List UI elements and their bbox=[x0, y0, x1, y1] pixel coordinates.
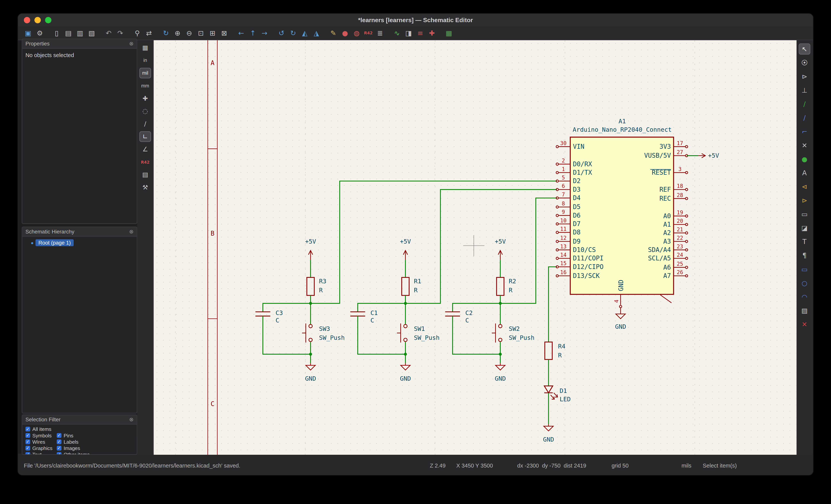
svg-text:SW_Push: SW_Push bbox=[509, 334, 534, 342]
zoom-window-button[interactable] bbox=[45, 17, 51, 23]
led-chain[interactable]: R4 R D1 LED GND bbox=[543, 342, 571, 443]
hierarchy-panel-icon[interactable]: ▤ bbox=[139, 169, 151, 180]
mirror-h-icon[interactable]: ◮ bbox=[311, 27, 322, 39]
rotate-cw-icon[interactable]: ↻ bbox=[287, 27, 299, 39]
arduino-gnd-power[interactable]: GND bbox=[615, 307, 626, 330]
grid-toggle-icon[interactable]: ▦ bbox=[139, 42, 151, 53]
hidden-pins-icon[interactable]: ◌ bbox=[139, 106, 151, 116]
find-icon[interactable]: ⚲ bbox=[132, 27, 143, 39]
paste-icon[interactable]: ▧ bbox=[86, 27, 97, 39]
hidden-fields-icon[interactable]: R42 bbox=[139, 157, 151, 167]
bus-entry-tool[interactable]: ⌐ bbox=[799, 126, 810, 137]
print-icon[interactable]: ▤ bbox=[62, 27, 74, 39]
rectangle-tool[interactable]: ▭ bbox=[799, 264, 810, 275]
zoom-objects-icon[interactable]: ⊞ bbox=[207, 27, 218, 39]
svg-text:+5V: +5V bbox=[708, 152, 719, 159]
global-label-tool[interactable]: ⊲ bbox=[799, 181, 810, 192]
filter-checkbox[interactable]: ✓Images bbox=[57, 445, 90, 451]
units-mil-button[interactable]: mil bbox=[139, 68, 151, 78]
erc-details-icon[interactable]: ◍ bbox=[351, 27, 363, 39]
zoom-fit-icon[interactable]: ⊡ bbox=[195, 27, 207, 39]
hierarchy-root-label[interactable]: Root (page 1) bbox=[36, 239, 74, 246]
free-angle-icon[interactable]: ∕ bbox=[139, 119, 151, 129]
rc-cell-1[interactable]: +5V R3 R SW3 SW_Push bbox=[255, 238, 345, 382]
mirror-v-icon[interactable]: ◭ bbox=[299, 27, 311, 39]
filter-checkbox[interactable]: ✓Symbols bbox=[25, 433, 53, 439]
svg-text:VUSB/5V: VUSB/5V bbox=[644, 152, 671, 159]
schematic-canvas[interactable]: A B C +5V R3 bbox=[154, 40, 797, 455]
delete-tool[interactable]: ✕ bbox=[799, 319, 810, 330]
svg-text:C: C bbox=[465, 317, 469, 324]
filter-checkbox[interactable]: ✓Other items bbox=[57, 451, 90, 455]
erc-icon[interactable]: ● bbox=[339, 27, 351, 39]
sheet-pin-tool[interactable]: ◪ bbox=[799, 223, 810, 234]
checkbox-icon: ✓ bbox=[57, 433, 61, 438]
units-mm-button[interactable]: mm bbox=[139, 81, 151, 91]
place-power-tool[interactable]: ⊥ bbox=[799, 85, 810, 96]
arc-tool[interactable]: ◠ bbox=[799, 291, 810, 302]
bom-icon[interactable]: ≡ bbox=[414, 27, 426, 39]
minimize-window-button[interactable] bbox=[34, 17, 41, 23]
save-icon[interactable]: ▣ bbox=[22, 27, 34, 39]
zoom-selection-icon[interactable]: ⊠ bbox=[218, 27, 230, 39]
filter-checkbox[interactable]: ✓Text bbox=[25, 451, 53, 455]
simulator-icon[interactable]: ∿ bbox=[391, 27, 403, 39]
no-connect-tool[interactable]: ✕ bbox=[799, 140, 810, 151]
arduino-symbol[interactable]: A1 Arduino_Nano_RP2040_Connect bbox=[556, 118, 688, 308]
nav-forward-icon[interactable]: → bbox=[259, 27, 270, 39]
svg-text:C1: C1 bbox=[370, 309, 378, 317]
close-window-button[interactable] bbox=[24, 17, 30, 23]
svg-text:SW_Push: SW_Push bbox=[414, 334, 439, 342]
symbol-fields-table-icon[interactable]: R42 bbox=[363, 27, 374, 39]
hierarchical-label-tool[interactable]: ⊳ bbox=[799, 195, 810, 206]
select-tool[interactable]: ↖ bbox=[799, 43, 810, 54]
find-replace-icon[interactable]: ⇄ bbox=[143, 27, 155, 39]
edit-symbols-icon[interactable]: ≣ bbox=[374, 27, 386, 39]
filter-checkbox[interactable]: ✓Pins bbox=[57, 433, 90, 439]
close-icon[interactable]: ⊗ bbox=[129, 229, 134, 234]
open-pcb-editor-icon[interactable]: ▦ bbox=[443, 27, 455, 39]
page-plus-icon[interactable]: ✚ bbox=[426, 27, 438, 39]
image-tool[interactable]: ▨ bbox=[799, 305, 810, 316]
cursor-shape-icon[interactable]: ✚ bbox=[139, 93, 151, 103]
bus-tool[interactable]: ∕ bbox=[799, 112, 810, 123]
wires[interactable] bbox=[311, 181, 557, 342]
schematic-setup-icon[interactable]: ⚙ bbox=[34, 27, 46, 39]
junction-tool[interactable]: ● bbox=[799, 153, 810, 165]
filter-checkbox[interactable]: ✓Graphics bbox=[25, 445, 53, 451]
text-tool[interactable]: T bbox=[799, 236, 810, 247]
resistor-body bbox=[496, 277, 504, 295]
filter-checkbox[interactable]: ✓All items bbox=[25, 426, 53, 432]
plot-icon[interactable]: ▥ bbox=[74, 27, 86, 39]
assign-footprints-icon[interactable]: ◨ bbox=[403, 27, 414, 39]
filter-checkbox[interactable]: ✓Labels bbox=[57, 439, 90, 445]
place-symbol-tool[interactable]: ⊳ bbox=[799, 71, 810, 82]
properties-panel-icon[interactable]: ⚒ bbox=[139, 182, 151, 192]
highlight-net-tool[interactable]: ⦿ bbox=[799, 57, 810, 68]
line-mode-90-icon[interactable]: ∟ bbox=[139, 131, 151, 142]
vusb-5v-power[interactable]: +5V bbox=[687, 152, 719, 159]
redo-icon[interactable]: ↷ bbox=[114, 27, 126, 39]
net-label-tool[interactable]: A bbox=[799, 167, 810, 178]
hierarchy-root-item[interactable]: ● Root (page 1) bbox=[22, 237, 137, 246]
wire-tool[interactable]: ∕ bbox=[799, 98, 810, 110]
units-in-button[interactable]: in bbox=[139, 55, 151, 65]
close-icon[interactable]: ⊗ bbox=[129, 417, 134, 422]
zoom-in-icon[interactable]: ⊕ bbox=[172, 27, 183, 39]
line-mode-45-icon[interactable]: ∠ bbox=[139, 144, 151, 154]
refresh-icon[interactable]: ↻ bbox=[160, 27, 172, 39]
undo-icon[interactable]: ↶ bbox=[103, 27, 114, 39]
sheet-tool[interactable]: ▭ bbox=[799, 209, 810, 220]
close-icon[interactable]: ⊗ bbox=[129, 41, 134, 47]
filter-checkbox[interactable]: ✓Wires bbox=[25, 439, 53, 445]
rc-cell-3[interactable]: +5V R2 R SW2 SW_Push bbox=[445, 238, 534, 382]
rotate-ccw-icon[interactable]: ↺ bbox=[276, 27, 287, 39]
new-sheet-icon[interactable]: ▯ bbox=[51, 27, 62, 39]
nav-up-icon[interactable]: ↑ bbox=[247, 27, 259, 39]
textbox-tool[interactable]: ¶ bbox=[799, 250, 810, 261]
zoom-out-icon[interactable]: ⊖ bbox=[183, 27, 195, 39]
annotate-icon[interactable]: ✎ bbox=[327, 27, 339, 39]
nav-back-icon[interactable]: ← bbox=[235, 27, 247, 39]
circle-tool[interactable]: ○ bbox=[799, 277, 810, 289]
rc-cell-2[interactable]: +5V R1 R SW1 SW_Push bbox=[350, 238, 439, 382]
